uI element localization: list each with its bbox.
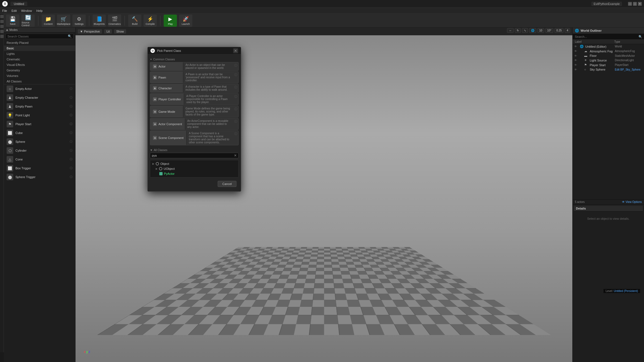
clear-search-button[interactable]: ✕ [234,154,237,157]
build-button[interactable]: 🔨 Build [128,15,141,27]
play-button[interactable]: ▶ Play [164,15,177,27]
sphere-info-icon[interactable]: ⓘ [70,140,72,144]
scene-component-info-icon[interactable]: ⓘ [233,131,238,145]
character-info-icon[interactable]: ⓘ [233,84,238,92]
save-button[interactable]: 💾 Save [6,15,19,27]
class-item-game-mode[interactable]: ◈ Game Mode Game Mode defines the game b… [150,106,239,117]
place-item-cube[interactable]: ⬜ Cube ⓘ [4,128,75,137]
speed-btn[interactable]: 0.25 [554,28,564,33]
class-item-actor[interactable]: ◈ Actor An Actor is an object that can b… [150,62,239,71]
category-cinematic[interactable]: Cinematic [4,57,75,62]
settings-button[interactable]: ⚙ Settings [72,15,86,27]
place-item-cone[interactable]: △ Cone ⓘ [4,155,75,164]
category-geometry[interactable]: Geometry [4,68,75,73]
launch-button[interactable]: 🚀 Launch [179,15,192,27]
tree-item-object[interactable]: ▶ Object [151,161,237,166]
class-item-character[interactable]: ♟ Character A character is a type of Paw… [150,84,239,93]
menu-help[interactable]: Help [36,9,43,12]
place-item-sphere-trigger[interactable]: ⬤ Sphere Trigger ⓘ [4,173,75,181]
category-visual-effects[interactable]: Visual Effects [4,62,75,68]
place-item-box-trigger[interactable]: ⬜ Box Trigger ⓘ [4,164,75,173]
translate-btn[interactable]: ↔ [507,28,514,33]
sphere-trigger-info-icon[interactable]: ⓘ [70,175,72,179]
category-basic[interactable]: Basic [4,45,75,51]
outliner-view-options[interactable]: 👁 View Options [622,200,642,203]
perspective-button[interactable]: ▼ Perspective [78,29,102,34]
empty-character-info-icon[interactable]: ⓘ [70,96,72,100]
actor-info-icon[interactable]: ⓘ [233,62,238,71]
place-item-empty-character[interactable]: ♟ Empty Character ⓘ [4,93,75,102]
title-tab[interactable]: Untitled [10,2,27,6]
category-all-classes[interactable]: All Classes [4,79,75,84]
lit-button[interactable]: Lit [104,29,112,34]
menu-edit[interactable]: Edit [12,9,17,12]
cancel-button[interactable]: Cancel [218,181,236,187]
empty-pawn-info-icon[interactable]: ⓘ [70,104,72,108]
menu-window[interactable]: Window [21,9,32,12]
mode-foliage[interactable] [0,30,4,33]
outliner-item-floor[interactable]: 👁 ▬ Floor StaticMeshActor [573,53,644,58]
world-btn[interactable]: 🌐 [529,28,536,33]
actor-component-info-icon[interactable]: ⓘ [233,118,238,130]
tree-item-uobject[interactable]: ▶ UObject [151,166,237,171]
source-control-button[interactable]: 🔄 Source Control [21,15,35,27]
point-light-info-icon[interactable]: ⓘ [70,113,72,117]
all-classes-search-input[interactable] [152,154,234,157]
player-start-info-icon[interactable]: ⓘ [70,122,72,126]
mode-paint[interactable] [0,20,4,23]
maximize-button[interactable]: □ [633,2,637,6]
level-name-link[interactable]: Untitled (Persistent) [614,289,638,293]
category-volumes[interactable]: Volumes [4,73,75,79]
place-item-point-light[interactable]: 💡 Point Light ⓘ [4,111,75,120]
mode-geometry[interactable] [0,35,4,38]
place-item-player-start[interactable]: ⚑ Player Start ⓘ [4,120,75,128]
minimize-button[interactable]: — [628,2,632,6]
blueprints-button[interactable]: 📘 Blueprints [93,15,106,27]
outliner-item-editor[interactable]: 👁 🌐 Untitled (Editor) World [573,44,644,49]
content-button[interactable]: 📁 Content [42,15,55,27]
outliner-item-playerstart[interactable]: 👁 ⚑ Player Start PlayerStart [573,63,644,67]
fov-btn[interactable]: 4 [565,28,570,33]
class-item-actor-component[interactable]: ◈ Actor Component An ActorComponent is a… [150,118,239,130]
outliner-item-fog[interactable]: 👁 ☁ Atmospheric Fog AtmosphericFog [573,49,644,53]
player-controller-info-icon[interactable]: ⓘ [233,93,238,105]
tree-item-pyactor[interactable]: PyActor [151,171,237,176]
menu-file[interactable]: File [2,9,7,12]
grid-size-btn[interactable]: 10 [537,28,544,33]
empty-actor-info-icon[interactable]: ⓘ [70,87,72,91]
outliner-search-input[interactable] [574,34,638,39]
angle-btn[interactable]: 10° [545,28,553,33]
outliner-item-skysphere[interactable]: 👁 ○ Sky Sphere Edit BP_Sky_Sphere [573,67,644,72]
class-item-player-controller[interactable]: ◈ Player Controller A Player Controller … [150,93,239,105]
cinematics-button[interactable]: 🎬 Cinematics [108,15,121,27]
outliner-item-light[interactable]: 👁 ☀ Light Source DirectionalLight [573,58,644,63]
marketplace-button[interactable]: 🛒 Marketplace [57,15,70,27]
pawn-info-icon[interactable]: ⓘ [233,72,238,83]
place-item-cylinder[interactable]: ⬠ Cylinder ⓘ [4,146,75,155]
compile-button[interactable]: ⚡ Compile [144,15,157,27]
cylinder-info-icon[interactable]: ⓘ [70,149,72,152]
sphere-trigger-icon: ⬤ [7,174,13,180]
mode-place[interactable] [0,15,4,18]
game-mode-info-icon[interactable]: ⓘ [233,106,238,117]
show-button[interactable]: Show [114,29,126,34]
search-classes-input[interactable] [7,35,68,38]
place-item-empty-pawn[interactable]: ♟ Empty Pawn ⓘ [4,102,75,111]
cube-info-icon[interactable]: ⓘ [70,131,72,135]
place-item-empty-actor[interactable]: ○ Empty Actor ⓘ [4,84,75,93]
cone-info-icon[interactable]: ⓘ [70,157,72,161]
viewport-controls: ↔ ↻ ⤡ 🌐 10 10° 0.25 4 [507,28,570,33]
mode-landscape[interactable] [0,25,4,28]
rotate-btn[interactable]: ↻ [515,28,521,33]
class-item-pawn[interactable]: ♟ Pawn A Pawn is an actor that can be 'p… [150,71,239,83]
close-button[interactable]: ✕ [638,2,642,6]
outliner-search-icon: 🔍 [638,35,642,39]
cylinder-icon: ⬠ [7,147,13,154]
place-item-sphere[interactable]: ⬤ Sphere ⓘ [4,137,75,146]
class-item-scene-component[interactable]: ◈ Scene Component A Scene Component is a… [150,130,239,145]
box-trigger-info-icon[interactable]: ⓘ [70,166,72,170]
category-lights[interactable]: Lights [4,51,75,57]
scale-btn[interactable]: ⤡ [522,28,528,33]
dialog-close-button[interactable]: ✕ [233,48,238,53]
category-recently-placed[interactable]: Recently Placed [4,40,75,45]
